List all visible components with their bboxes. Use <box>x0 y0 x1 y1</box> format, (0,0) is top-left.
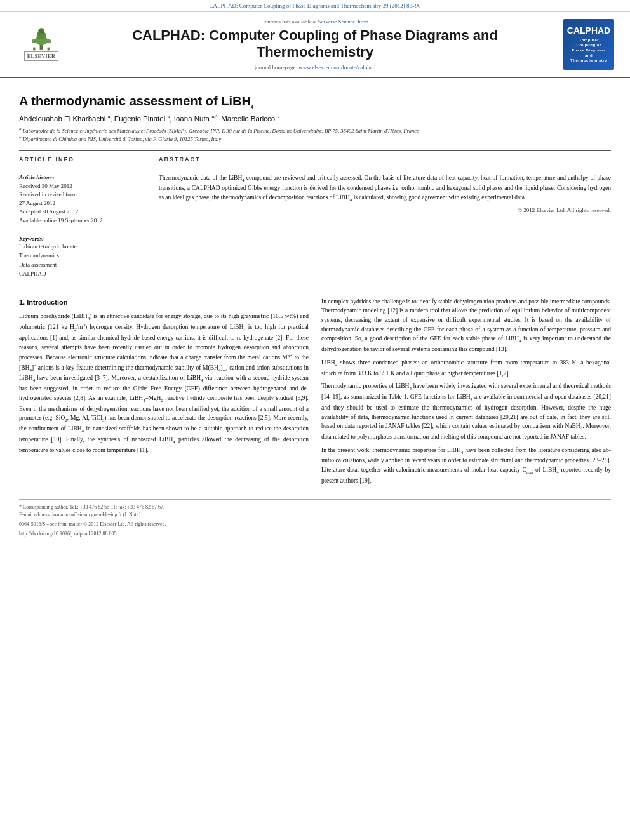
journal-reference-bar: CALPHAD; Computer Coupling of Phase Diag… <box>0 0 630 12</box>
svg-point-3 <box>38 28 44 34</box>
journal-title-main: CALPHAD: Computer Coupling of Phase Diag… <box>79 27 551 61</box>
keywords-label: Keywords: <box>19 236 146 242</box>
contents-available-line: Contents lists available at SciVerse Sci… <box>79 18 551 25</box>
abstract-text: Thermodynamic data of the LiBH4 compound… <box>159 173 611 203</box>
abstract-col: ABSTRACT Thermodynamic data of the LiBH4… <box>159 156 611 290</box>
keyword-3: Data assessment <box>19 260 146 269</box>
elsevier-logo: ELSEVIER <box>13 26 70 63</box>
email-note: E-mail address: ioana.nuta@simap.grenobl… <box>19 511 611 519</box>
svg-point-4 <box>32 39 37 43</box>
body-para-5: In the present work, thermodynamic prope… <box>321 446 611 486</box>
body-col-left: 1. Introduction Lithium borohydride (LiB… <box>19 297 309 490</box>
authors-line: Abdelouahab El Kharbachi a, Eugenio Pina… <box>19 114 611 123</box>
journal-reference-text: CALPHAD; Computer Coupling of Phase Diag… <box>210 3 421 9</box>
corresponding-author-note: * Corresponding author. Tel.: +33 476 82… <box>19 503 611 511</box>
footer-doi: http://dx.doi.org/10.1016/j.calphad.2012… <box>19 530 611 538</box>
journal-title-block: Contents lists available at SciVerse Sci… <box>79 18 551 70</box>
info-divider-bot <box>19 284 146 284</box>
main-content: A thermodynamic assessment of LiBH4 Abde… <box>0 78 630 547</box>
body-para-1: Lithium borohydride (LiBH4) is an attrac… <box>19 312 309 455</box>
footer-section: * Corresponding author. Tel.: +33 476 82… <box>19 499 611 538</box>
body-col-right: In complex hydrides the challenge is to … <box>321 297 611 490</box>
body-para-3: LiBH4 shows three condensed phases: an o… <box>321 358 611 378</box>
keyword-4: CALPHAD <box>19 269 146 278</box>
header-divider <box>19 150 611 151</box>
article-title: A thermodynamic assessment of LiBH4 <box>19 94 611 109</box>
affiliation-a: a Laboratoire de la Science et Ingénieri… <box>19 126 611 135</box>
svg-rect-7 <box>48 47 50 50</box>
calphad-badge-subtitle: Computer Coupling ofPhase Diagrams andTh… <box>570 38 608 63</box>
received-revised-date: 27 August 2012 <box>19 199 146 208</box>
keywords-section: Keywords: Lithium tetrahydroborate Therm… <box>19 236 146 279</box>
body-para-4: Thermodynamic properties of LiBH4 have b… <box>321 382 611 441</box>
calphad-badge-container: CALPHAD Computer Coupling ofPhase Diagra… <box>560 19 617 70</box>
available-online: Available online 19 September 2012 <box>19 217 146 225</box>
elsevier-tree-icon <box>22 26 60 51</box>
svg-point-5 <box>46 39 51 43</box>
copyright-text: © 2012 Elsevier Ltd. All rights reserved… <box>159 207 611 213</box>
body-section: 1. Introduction Lithium borohydride (LiB… <box>19 297 611 490</box>
calphad-badge: CALPHAD Computer Coupling ofPhase Diagra… <box>563 19 614 70</box>
received-revised-label: Received in revised form <box>19 190 146 199</box>
info-divider-mid <box>19 230 146 230</box>
info-divider-top <box>19 168 146 168</box>
affiliation-b: b Dipartimento di Chimica and NIS, Unive… <box>19 135 611 143</box>
body-para-2: In complex hydrides the challenge is to … <box>321 297 611 354</box>
received-date: Received 30 May 2012 <box>19 182 146 191</box>
section1-title: 1. Introduction <box>19 297 309 308</box>
elsevier-label: ELSEVIER <box>24 51 58 61</box>
history-label: Article history: <box>19 173 146 182</box>
journal-homepage-link[interactable]: www.elsevier.com/locate/calphad <box>298 64 375 70</box>
journal-header: ELSEVIER Contents lists available at Sci… <box>0 12 630 78</box>
journal-homepage-line: journal homepage: www.elsevier.com/locat… <box>79 64 551 70</box>
article-info-col: ARTICLE INFO Article history: Received 3… <box>19 156 146 290</box>
article-info-heading: ARTICLE INFO <box>19 156 146 163</box>
abstract-divider <box>159 168 611 168</box>
info-abstract-section: ARTICLE INFO Article history: Received 3… <box>19 156 611 290</box>
article-history: Article history: Received 30 May 2012 Re… <box>19 173 146 225</box>
calphad-badge-label: CALPHAD <box>567 25 610 36</box>
footer-copyright: 0364-5916/$ – see front matter © 2012 El… <box>19 521 611 528</box>
affiliations-block: a Laboratoire de la Science et Ingénieri… <box>19 126 611 143</box>
accepted-date: Accepted 30 August 2012 <box>19 208 146 217</box>
abstract-heading: ABSTRACT <box>159 156 611 163</box>
keyword-2: Thermodynamics <box>19 251 146 260</box>
sciverse-link[interactable]: SciVerse ScienceDirect <box>318 18 369 25</box>
svg-rect-6 <box>33 47 35 50</box>
keyword-1: Lithium tetrahydroborate <box>19 242 146 251</box>
